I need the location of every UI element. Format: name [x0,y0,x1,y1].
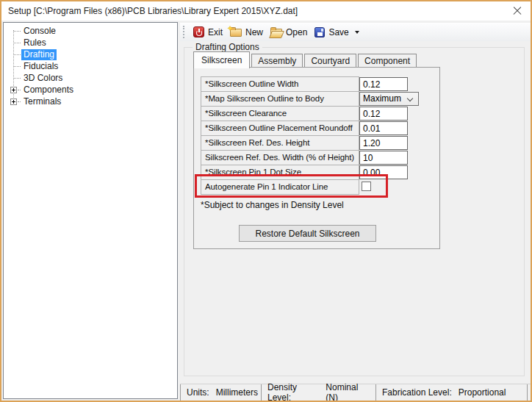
status-density-level: Density Level: Nominal (N) [261,384,375,401]
status-bar: Units: Millimeters Density Level: Nomina… [180,384,531,401]
status-fabrication-value: Proportional [459,387,506,398]
new-button[interactable]: ✦ New [226,26,267,39]
close-icon [511,5,523,17]
density-level-note: *Subject to changes in Density Level [201,200,344,210]
tree-item-fiducials[interactable]: Fiducials [4,60,177,72]
tree-item-components[interactable]: Components [4,84,177,96]
save-dropdown-arrow-icon[interactable] [355,31,359,34]
tree-item-label: Terminals [21,96,63,107]
window-title: Setup [C:\Program Files (x86)\PCB Librar… [8,6,298,16]
status-units: Units: Millimeters [180,384,261,401]
tree-item-label: Components [21,85,76,96]
tab-assembly[interactable]: Assembly [251,54,303,68]
settings-tree: Console Rules Drafting Fiducials 3D Colo… [3,22,178,399]
drafting-options-group: Drafting Options Silkscreen Assembly Cou… [184,47,525,376]
tree-item-label-selected: Drafting [21,49,57,60]
title-bar: Setup [C:\Program Files (x86)\PCB Librar… [1,1,531,21]
placement-roundoff-input[interactable] [359,121,408,135]
close-button[interactable] [511,5,523,17]
toolbar: Exit ✦ New Open Save [180,23,531,41]
outline-width-input[interactable] [359,77,408,91]
exit-button[interactable]: Exit [190,25,226,39]
status-units-value: Millimeters [216,387,258,398]
save-button[interactable]: Save [311,26,362,39]
expand-plus-icon[interactable] [10,98,17,105]
status-density-value: Nominal (N) [326,382,370,402]
open-button[interactable]: Open [267,26,311,39]
main-panel: Exit ✦ New Open Save Drafting Opti [180,21,531,401]
field-label-clearance: *Silkscreen Clearance [201,106,359,121]
status-divider [527,384,528,401]
map-outline-selected-value: Maximum [363,93,401,104]
tab-component[interactable]: Component [358,54,417,68]
refdes-width-input[interactable] [359,151,408,165]
status-fabrication-label: Fabrication Level: [382,387,452,398]
setup-dialog-window: Setup [C:\Program Files (x86)\PCB Librar… [0,0,532,402]
floppy-disk-icon [314,27,325,37]
tab-courtyard[interactable]: Courtyard [304,54,356,68]
tab-strip: Silkscreen Assembly Courtyard Component [193,51,417,68]
tree-item-drafting[interactable]: Drafting [4,49,177,60]
tab-silkscreen[interactable]: Silkscreen [193,51,250,68]
chevron-down-icon [408,96,413,101]
tree-item-label: 3D Colors [21,73,65,84]
expand-plus-icon[interactable] [10,87,17,93]
status-density-label: Density Level: [267,382,319,402]
tree-item-label: Console [21,26,58,37]
power-icon [193,26,204,37]
tree-item-3d-colors[interactable]: 3D Colors [4,72,177,84]
refdes-height-input[interactable] [359,136,408,150]
status-fabrication-level: Fabrication Level: Proportional [375,384,527,401]
tree-item-terminals[interactable]: Terminals [4,96,177,107]
field-label-outline-width: *Silkscreen Outline Width [201,76,359,92]
tree-item-rules[interactable]: Rules [4,37,177,49]
status-units-label: Units: [187,387,209,398]
open-button-label: Open [286,27,307,37]
field-label-placement-roundoff: *Silkscreen Outline Placement Roundoff [201,121,359,136]
new-button-label: New [245,27,263,37]
field-label-refdes-height: *Silkscreen Ref. Des. Height [201,135,359,151]
silkscreen-tab-page: *Silkscreen Outline Width *Map Silkscree… [193,67,440,249]
map-outline-select[interactable]: Maximum [359,92,419,106]
sparkle-icon: ✦ [227,24,233,32]
tree-item-label: Rules [21,37,48,49]
dialog-content: Console Rules Drafting Fiducials 3D Colo… [1,21,531,401]
save-button-label: Save [328,27,348,37]
toolbar-grip[interactable] [183,26,186,38]
field-label-refdes-width: Silkscreen Ref. Des. Width (% of Height) [201,150,359,165]
exit-button-label: Exit [208,27,223,37]
tree-item-console[interactable]: Console [4,25,177,37]
red-highlight-annotation [195,174,388,198]
open-folder-icon [270,29,282,37]
new-folder-icon: ✦ [230,29,242,37]
clearance-input[interactable] [359,107,408,121]
restore-default-silkscreen-button[interactable]: Restore Default Silkscreen [239,225,376,242]
tree-item-label: Fiducials [21,61,60,72]
field-label-map-outline: *Map Silkscreen Outline to Body [201,91,359,107]
